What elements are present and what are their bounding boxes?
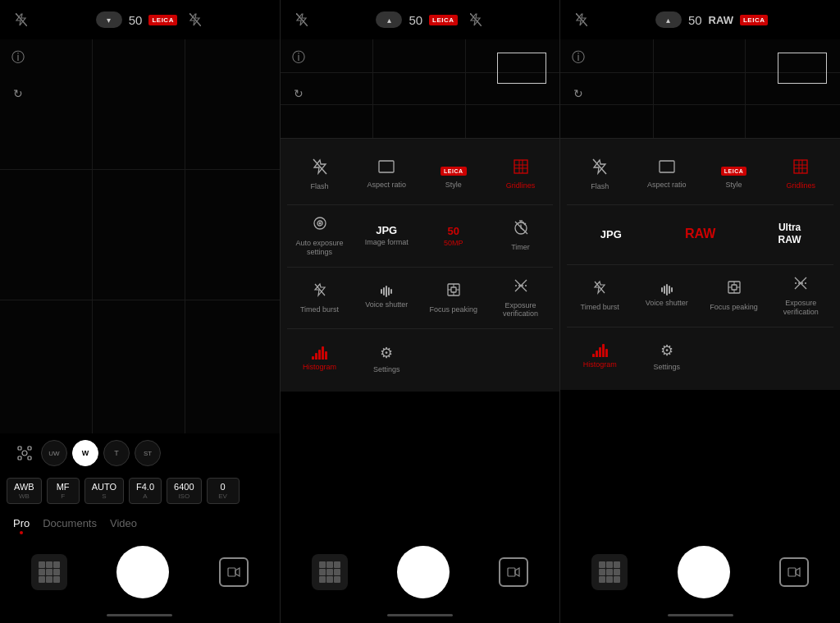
voice-shutter-label-2: Voice shutter [365, 300, 408, 309]
svg-point-6 [22, 451, 27, 456]
svg-rect-3 [28, 447, 31, 450]
shutter-btn-1[interactable] [116, 546, 169, 598]
iso-setting[interactable]: 6400 ISO [167, 478, 201, 504]
focus-peaking-item-2[interactable]: Focus peaking [421, 271, 486, 326]
flash-menu-item-2[interactable]: Flash [287, 149, 353, 201]
gc [39, 569, 45, 575]
info-icon-3[interactable]: ⓘ [567, 46, 590, 69]
timer-menu-item-2[interactable]: 50 50MP [421, 208, 486, 263]
tab-video-1[interactable]: Video [110, 515, 137, 531]
flash-icon-2b[interactable] [464, 8, 487, 31]
gc [319, 561, 326, 568]
style-menu-item-2[interactable]: LEICA Style [421, 149, 486, 201]
style-menu-icon-2: LEICA [441, 160, 467, 177]
aspect-menu-item-2[interactable]: Aspect ratio [354, 149, 419, 201]
chevron-down-btn-1[interactable]: ▾ [96, 11, 122, 28]
histogram-item-3[interactable]: Histogram [567, 331, 632, 383]
f-label: F [61, 492, 65, 500]
chevron-up-btn-3[interactable]: ▴ [655, 11, 682, 28]
vb [383, 287, 385, 295]
ultraraw-item-3[interactable]: Ultra RAW [746, 208, 833, 261]
gridlines-label-3: Gridlines [786, 181, 815, 190]
indicator-line-2 [387, 614, 453, 616]
chevron-up-btn-2[interactable]: ▴ [376, 11, 402, 28]
vb [671, 287, 673, 292]
histogram-icon-3 [592, 344, 608, 357]
timed-burst-item-3[interactable]: Timed burst [567, 268, 632, 323]
rotate-icon-1[interactable]: ↻ [7, 82, 30, 105]
a-value: F4.0 [136, 482, 154, 492]
exposure-verify-item-3[interactable]: Exposure verification [768, 268, 833, 323]
flash-icon-1b[interactable] [184, 8, 207, 31]
s-setting[interactable]: AUTO S [84, 478, 124, 504]
ev-setting[interactable]: 0 EV [207, 478, 240, 504]
rotate-icon-2[interactable]: ↻ [287, 82, 310, 105]
wb-setting[interactable]: AWB WB [7, 478, 42, 504]
flash-icon-3[interactable] [570, 8, 593, 31]
svg-rect-12 [514, 160, 527, 173]
settings-item-2[interactable]: ⚙ Settings [354, 332, 419, 385]
video-btn-2[interactable] [499, 557, 528, 587]
video-btn-1[interactable] [219, 557, 249, 587]
shutter-btn-3[interactable] [678, 546, 730, 598]
topbar-center-3: ▴ 50 RAW LEICA [655, 11, 769, 28]
voice-shutter-item-2[interactable]: Voice shutter [354, 271, 419, 326]
gridlines-menu-icon-3 [793, 159, 808, 178]
exposure-verify-item-2[interactable]: Exposure verification [488, 271, 554, 326]
lens-uw[interactable]: UW [41, 440, 67, 466]
tab-documents-1[interactable]: Documents [43, 515, 97, 531]
camera-controls-1 [0, 538, 280, 607]
settings-item-3[interactable]: ⚙ Settings [634, 331, 700, 383]
vb [664, 286, 665, 294]
gc [39, 561, 45, 568]
focus-peaking-item-3[interactable]: Focus peaking [701, 268, 767, 323]
f-setting[interactable]: MF F [47, 478, 80, 504]
lens-t[interactable]: T [103, 440, 130, 466]
grid-h2 [0, 300, 280, 300]
gridlines-menu-icon-2 [514, 159, 528, 178]
menu-row2-2: Auto exposure settings JPG Image format … [287, 208, 554, 263]
imgformat-menu-item-2[interactable]: JPG Image format [354, 208, 419, 263]
video-btn-3[interactable] [779, 557, 809, 587]
flash-menu-item-3[interactable]: Flash [567, 149, 632, 201]
vb [386, 286, 387, 297]
rotate-icon-3[interactable]: ↻ [567, 82, 590, 105]
a-setting[interactable]: F4.0 A [129, 478, 162, 504]
jpg-item-3[interactable]: JPG [567, 208, 655, 261]
gallery-btn-2[interactable] [312, 554, 348, 590]
chevron-up-icon-2: ▴ [387, 16, 391, 25]
histogram-item-2[interactable]: Histogram [287, 332, 353, 385]
shutter-btn-2[interactable] [397, 546, 450, 598]
menu-row1-3: Flash Aspect ratio LEICA Style [567, 149, 833, 201]
info-icon-1[interactable]: ⓘ [7, 46, 30, 69]
ultra-value-3: Ultra [778, 222, 801, 233]
gridlines-menu-item-2[interactable]: Gridlines [488, 149, 554, 201]
focus-peaking-label-2: Focus peaking [430, 305, 478, 314]
raw-item-3[interactable]: RAW [656, 208, 744, 261]
timed-burst-item-2[interactable]: Timed burst [287, 271, 353, 326]
gallery-btn-3[interactable] [591, 554, 628, 590]
voice-shutter-item-3[interactable]: Voice shutter [634, 268, 700, 323]
gridlines-menu-item-3[interactable]: Gridlines [768, 149, 833, 201]
ae-menu-item-2[interactable]: Auto exposure settings [287, 208, 353, 263]
lens-w[interactable]: W [72, 440, 98, 466]
camera-controls-3 [560, 538, 840, 607]
gallery-btn-1[interactable] [31, 554, 67, 590]
focal-length-2: 50 [409, 13, 422, 27]
style-leica-badge-2: LEICA [441, 167, 467, 176]
style-menu-item-3[interactable]: LEICA Style [701, 149, 767, 201]
aspect-menu-item-3[interactable]: Aspect ratio [634, 149, 700, 201]
face-id-icon-1[interactable] [13, 442, 36, 465]
tab-pro-1[interactable]: Pro [13, 515, 30, 531]
focus-box-2 [497, 53, 546, 84]
info-icon-2[interactable]: ⓘ [287, 46, 310, 69]
wb-value: AWB [14, 482, 34, 492]
chevron-up-icon-3: ▴ [666, 16, 670, 25]
timer2-menu-item-2[interactable]: Timer [488, 208, 554, 263]
lens-st[interactable]: ST [135, 440, 161, 466]
gc [614, 569, 620, 575]
flash-icon-2[interactable] [290, 8, 313, 31]
viewfinder-3: ⓘ ↻ [560, 39, 840, 138]
flash-icon-1[interactable] [10, 8, 33, 31]
svg-rect-48 [788, 568, 796, 576]
